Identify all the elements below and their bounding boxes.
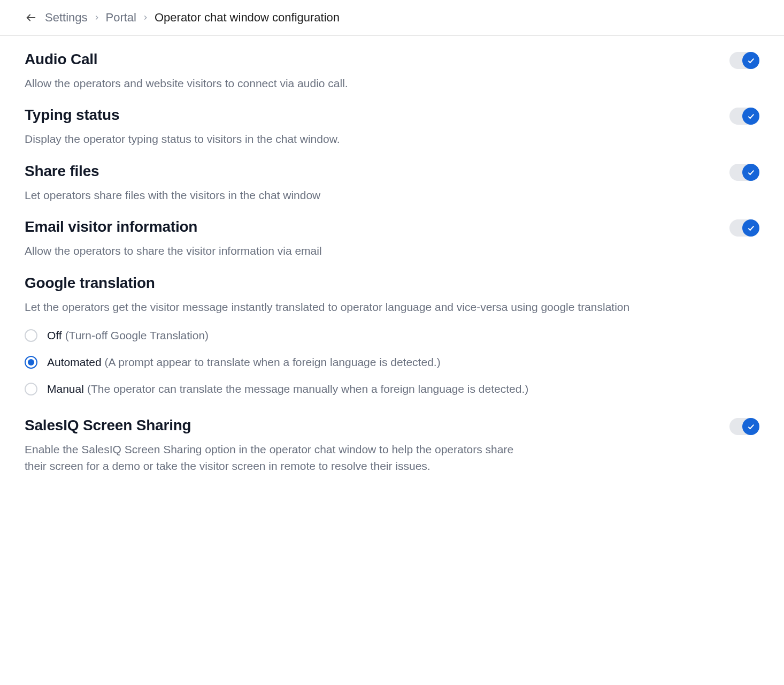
setting-typing-status: Typing status Display the operator typin… (25, 106, 759, 162)
radio-dot-icon (28, 359, 34, 366)
setting-screen-sharing: SalesIQ Screen Sharing Enable the SalesI… (25, 408, 759, 489)
translation-radio-group: Off(Turn-off Google Translation) Automat… (25, 329, 759, 395)
setting-desc: Enable the SalesIQ Screen Sharing option… (25, 442, 517, 474)
setting-email-visitor: Email visitor information Allow the oper… (25, 218, 759, 274)
breadcrumb-portal[interactable]: Portal (106, 11, 136, 25)
settings-content: Audio Call Allow the operators and websi… (0, 36, 784, 511)
setting-desc: Allow the operators to share the visitor… (25, 243, 708, 259)
toggle-typing-status[interactable] (729, 108, 759, 125)
setting-title: Email visitor information (25, 218, 708, 235)
setting-title: Audio Call (25, 51, 708, 68)
check-icon (742, 219, 759, 237)
radio-hint: (Turn-off Google Translation) (65, 329, 209, 341)
back-button[interactable] (25, 11, 37, 24)
setting-audio-call: Audio Call Allow the operators and websi… (25, 51, 759, 106)
check-icon (742, 52, 759, 69)
radio-option-manual[interactable]: Manual(The operator can translate the me… (25, 383, 759, 395)
radio-icon (25, 383, 37, 395)
setting-share-files: Share files Let operators share files wi… (25, 163, 759, 218)
setting-title: SalesIQ Screen Sharing (25, 417, 517, 434)
toggle-email-visitor[interactable] (729, 219, 759, 237)
chevron-right-icon (142, 14, 149, 21)
setting-title: Google translation (25, 275, 759, 292)
radio-icon (25, 356, 37, 369)
radio-label: Off (47, 329, 62, 341)
setting-desc: Display the operator typing status to vi… (25, 131, 708, 147)
chevron-right-icon (93, 14, 101, 21)
radio-label: Manual (47, 383, 84, 395)
breadcrumb: Settings Portal Operator chat window con… (45, 11, 340, 25)
setting-desc: Allow the operators and website visitors… (25, 75, 708, 92)
setting-google-translation: Google translation Let the operators get… (25, 275, 759, 408)
setting-title: Typing status (25, 106, 708, 124)
setting-title: Share files (25, 163, 708, 180)
toggle-screen-sharing[interactable] (729, 418, 759, 435)
radio-label: Automated (47, 356, 102, 368)
breadcrumb-settings[interactable]: Settings (45, 11, 88, 25)
check-icon (742, 164, 759, 181)
radio-icon (25, 329, 37, 342)
check-icon (742, 418, 759, 435)
radio-hint: (The operator can translate the message … (87, 383, 528, 395)
check-icon (742, 108, 759, 125)
setting-desc: Let operators share files with the visit… (25, 187, 708, 203)
radio-hint: (A prompt appear to translate when a for… (105, 356, 441, 368)
radio-option-off[interactable]: Off(Turn-off Google Translation) (25, 329, 759, 342)
setting-desc: Let the operators get the visitor messag… (25, 299, 759, 315)
toggle-audio-call[interactable] (729, 52, 759, 69)
toggle-share-files[interactable] (729, 164, 759, 181)
breadcrumb-current: Operator chat window configuration (155, 11, 340, 25)
page-header: Settings Portal Operator chat window con… (0, 0, 784, 36)
radio-option-automated[interactable]: Automated(A prompt appear to translate w… (25, 356, 759, 369)
